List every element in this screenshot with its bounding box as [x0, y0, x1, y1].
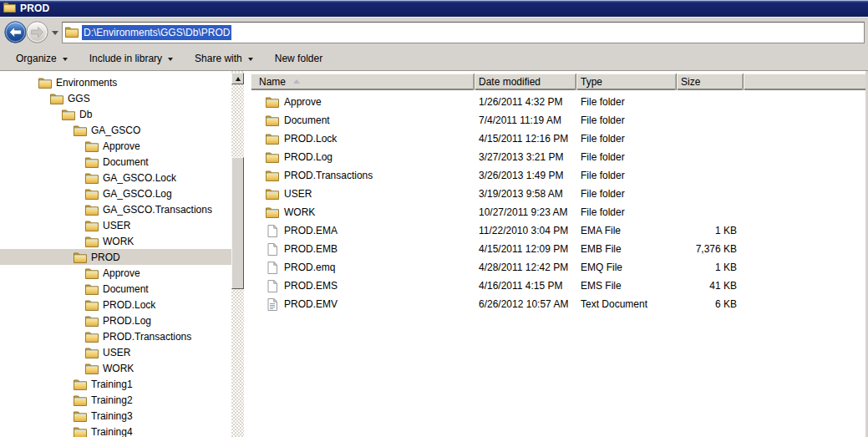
file-size: 1 KB [677, 262, 744, 273]
folder-icon [85, 204, 99, 216]
file-name: PROD.EMA [284, 225, 338, 236]
tree-item-prod-lock[interactable]: PROD.Lock [0, 297, 231, 313]
title-bar: PROD [0, 0, 868, 17]
folder-icon [266, 188, 279, 200]
column-header-blank[interactable] [744, 74, 868, 90]
tree-item-label: Environments [56, 77, 117, 89]
tree-item-training1[interactable]: Training1 [0, 376, 231, 392]
folder-icon [85, 156, 99, 168]
toolbar-organize-button[interactable]: Organize [5, 49, 79, 68]
file-row-prod-log[interactable]: PROD.Log 3/27/2013 3:21 PM File folder [251, 148, 868, 166]
column-header-type[interactable]: Type [576, 74, 677, 90]
file-type: File folder [576, 188, 677, 200]
tree-item-ga-gsco[interactable]: GA_GSCO [0, 122, 231, 138]
tree-item-document[interactable]: Document [0, 154, 231, 170]
file-date-modified: 3/19/2013 9:58 AM [475, 188, 576, 200]
history-dropdown-icon[interactable] [52, 31, 58, 35]
tree-item-approve[interactable]: Approve [0, 138, 231, 154]
file-row-prod-emv[interactable]: PROD.EMV 6/26/2012 10:57 AM Text Documen… [251, 295, 868, 313]
tree-item-label: WORK [103, 236, 134, 247]
file-size: 41 KB [677, 280, 744, 292]
tree-item-label: Document [103, 156, 149, 168]
address-input[interactable]: D:\Environments\GGS\Db\PROD [62, 22, 865, 43]
toolbar-share-with-button[interactable]: Share with [184, 49, 264, 68]
file-date-modified: 3/27/2013 3:21 PM [475, 151, 576, 163]
file-row-document[interactable]: Document 7/4/2011 11:19 AM File folder [251, 111, 868, 130]
forward-button[interactable] [26, 21, 48, 43]
tree-item-approve[interactable]: Approve [0, 265, 231, 281]
column-header-name[interactable]: Name [251, 74, 475, 90]
tree-item-ga-gsco-transactions[interactable]: GA_GSCO.Transactions [0, 201, 231, 217]
tree-item-user[interactable]: USER [0, 344, 231, 360]
file-row-approve[interactable]: Approve 1/26/2011 4:32 PM File folder [251, 93, 868, 111]
column-header-size[interactable]: Size [677, 74, 744, 90]
file-name: PROD.Lock [284, 133, 337, 145]
folder-icon [266, 151, 279, 163]
file-row-prod-transactions[interactable]: PROD.Transactions 3/26/2013 1:49 PM File… [251, 166, 868, 185]
tree-item-label: Db [79, 109, 92, 120]
tree-item-work[interactable]: WORK [0, 233, 231, 249]
file-row-prod-emb[interactable]: PROD.EMB 4/15/2011 12:09 PM EMB File 7,3… [251, 240, 868, 258]
folder-icon [74, 410, 87, 422]
folder-icon [266, 170, 279, 181]
tree-item-label: GA_GSCO.Transactions [103, 204, 212, 216]
toolbar-new-folder-button[interactable]: New folder [264, 49, 333, 68]
folder-icon [85, 236, 99, 247]
folder-icon [266, 151, 279, 163]
folder-icon [74, 252, 87, 263]
tree-item-work[interactable]: WORK [0, 360, 231, 376]
file-size: 7,376 KB [677, 243, 744, 255]
tree-item-prod[interactable]: PROD [0, 249, 231, 265]
file-row-prod-lock[interactable]: PROD.Lock 4/15/2011 12:16 PM File folder [251, 130, 868, 148]
file-type: File folder [576, 114, 677, 126]
file-icon [267, 243, 277, 256]
file-name: PROD.Transactions [284, 170, 373, 181]
tree-item-training4[interactable]: Training4 [0, 424, 231, 437]
tree-item-prod-transactions[interactable]: PROD.Transactions [0, 328, 231, 344]
file-size: 1 KB [677, 225, 744, 236]
tree-item-label: WORK [103, 363, 134, 374]
tree-item-prod-log[interactable]: PROD.Log [0, 313, 231, 328]
file-icon [266, 243, 279, 256]
tree-item-db[interactable]: Db [0, 106, 231, 122]
file-row-prod-ems[interactable]: PROD.EMS 4/16/2011 4:15 PM EMS File 41 K… [251, 277, 868, 295]
toolbar-include-in-library-button[interactable]: Include in library [79, 49, 184, 68]
tree-item-environments[interactable]: Environments [0, 74, 231, 90]
file-name: PROD.EMB [284, 243, 338, 255]
file-list-body: Approve 1/26/2011 4:32 PM File folder Do… [251, 90, 868, 313]
chevron-down-icon [248, 58, 253, 61]
file-date-modified: 4/15/2011 12:16 PM [475, 133, 576, 145]
back-button[interactable] [4, 21, 27, 43]
file-row-prod-emq[interactable]: PROD.emq 4/28/2011 12:42 PM EMQ File 1 K… [251, 258, 868, 277]
scrollbar-thumb[interactable] [231, 157, 244, 289]
folder-icon [85, 172, 99, 184]
column-label: Type [581, 74, 602, 90]
file-type: File folder [576, 151, 677, 163]
column-header-date-modified[interactable]: Date modified [475, 74, 576, 90]
file-row-prod-ema[interactable]: PROD.EMA 11/22/2010 3:04 PM EMA File 1 K… [251, 221, 868, 240]
address-bar: D:\Environments\GGS\Db\PROD [0, 17, 868, 47]
tree-item-user[interactable]: USER [0, 217, 231, 233]
folder-icon [266, 206, 279, 218]
folder-icon [74, 379, 87, 390]
tree-item-label: Document [103, 283, 149, 295]
tree-item-training3[interactable]: Training3 [0, 408, 231, 424]
chevron-down-icon [168, 58, 173, 61]
tree-item-label: PROD.Log [103, 315, 151, 327]
folder-icon [74, 124, 87, 136]
file-row-user[interactable]: USER 3/19/2013 9:58 AM File folder [251, 185, 868, 203]
main-area: Environments GGS Db GA_GSCO Approve Docu… [0, 71, 868, 437]
tree-item-ggs[interactable]: GGS [0, 90, 231, 106]
file-size: 6 KB [677, 298, 744, 310]
tree-item-ga-gsco-lock[interactable]: GA_GSCO.Lock [0, 170, 231, 185]
tree-item-ga-gsco-log[interactable]: GA_GSCO.Log [0, 185, 231, 201]
file-type: File folder [576, 133, 677, 145]
scroll-up-button[interactable] [231, 73, 244, 84]
file-date-modified: 4/28/2011 12:42 PM [475, 262, 576, 273]
tree-scrollbar[interactable] [231, 71, 244, 437]
tree-item-document[interactable]: Document [0, 281, 231, 297]
file-row-work[interactable]: WORK 10/27/2011 9:23 AM File folder [251, 203, 868, 221]
tree-item-training2[interactable]: Training2 [0, 392, 231, 408]
folder-icon [62, 109, 75, 120]
tree-item-label: Training2 [91, 394, 133, 406]
